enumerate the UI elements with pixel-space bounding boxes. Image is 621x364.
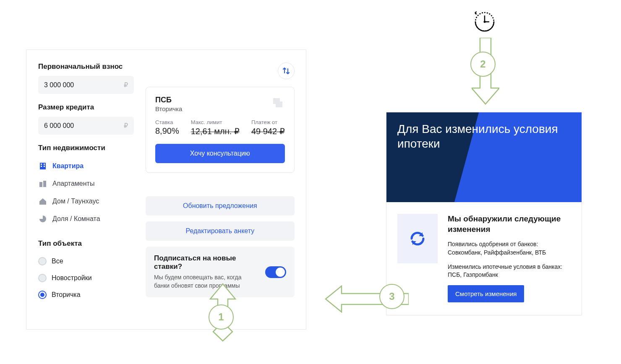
- object-type-secondary-label: Вторичка: [52, 291, 81, 299]
- property-type-list: Квартира Апартаменты Дом / Таунхаус Доля…: [38, 157, 134, 228]
- object-type-secondary[interactable]: Вторичка: [38, 286, 134, 303]
- view-changes-button[interactable]: Смотреть изменения: [448, 285, 524, 302]
- svg-rect-6: [41, 164, 42, 165]
- bank-program: Вторичка: [155, 105, 182, 112]
- object-type-all-label: Все: [52, 257, 63, 265]
- share-icon: [38, 214, 47, 224]
- property-type-apartments-label: Апартаменты: [52, 180, 94, 187]
- offers-column: ПСБ Вторичка Ставка 8,90% Макс. лимит 12…: [146, 62, 295, 317]
- credit-size-value: 6 000 000: [44, 122, 74, 130]
- svg-rect-9: [44, 166, 45, 167]
- stat-payment-value: 49 942 ₽: [251, 126, 285, 136]
- property-type-house-label: Дом / Таунхаус: [52, 198, 99, 205]
- stat-limit-label: Макс. лимит: [191, 119, 240, 125]
- clock-icon: [472, 8, 497, 34]
- subscribe-toggle[interactable]: [265, 266, 286, 278]
- filters-offers-panel: Первоначальный взнос 3 000 000 ₽ Размер …: [26, 49, 306, 330]
- email-card: Для Вас изменились условия ипотеки Мы об…: [386, 112, 582, 315]
- stat-payment: Платеж от 49 942 ₽: [251, 119, 285, 136]
- property-type-share[interactable]: Доля / Комната: [38, 210, 134, 228]
- svg-rect-10: [39, 182, 42, 187]
- property-type-apartment[interactable]: Квартира: [38, 157, 134, 175]
- stat-rate-label: Ставка: [155, 119, 179, 125]
- property-type-house[interactable]: Дом / Таунхаус: [38, 192, 134, 210]
- object-type-list: Все Новостройки Вторичка: [38, 253, 134, 303]
- flow-step-1: 1: [209, 304, 234, 330]
- flow-step-2: 2: [470, 52, 496, 77]
- email-hero: Для Вас изменились условия ипотеки: [386, 112, 582, 202]
- stat-payment-label: Платеж от: [251, 119, 285, 125]
- credit-size-input[interactable]: 6 000 000 ₽: [38, 117, 134, 135]
- radio-icon: [38, 274, 47, 282]
- refresh-tile: [397, 214, 438, 263]
- object-type-new-label: Новостройки: [52, 274, 92, 282]
- edit-form-button[interactable]: Редактировать анкету: [146, 221, 295, 241]
- ruble-icon: ₽: [124, 81, 128, 89]
- initial-payment-value: 3 000 000: [44, 81, 74, 89]
- initial-payment-label: Первоначальный взнос: [38, 62, 134, 71]
- subscribe-desc: Мы будем оповещать вас, когда банки обно…: [154, 273, 255, 290]
- stat-rate: Ставка 8,90%: [155, 119, 179, 136]
- email-paragraph-1: Появились одобрения от банков: Совкомбан…: [448, 240, 571, 257]
- email-subtitle: Мы обнаружили следующие изменения: [448, 214, 571, 234]
- sort-icon: [282, 67, 290, 75]
- bank-logo-icon: [271, 96, 285, 110]
- consultation-button[interactable]: Хочу консультацию: [155, 144, 285, 163]
- radio-icon: [38, 291, 47, 299]
- filters-column: Первоначальный взнос 3 000 000 ₽ Размер …: [38, 62, 134, 317]
- email-paragraph-2: Изменились ипотечные условия в банках: П…: [448, 263, 571, 279]
- object-type-all[interactable]: Все: [38, 253, 134, 270]
- stat-limit: Макс. лимит 12,61 млн. ₽: [191, 119, 240, 136]
- property-type-label: Тип недвижимости: [38, 144, 134, 152]
- radio-icon: [38, 257, 47, 265]
- offer-card: ПСБ Вторичка Ставка 8,90% Макс. лимит 12…: [146, 87, 295, 173]
- bank-name: ПСБ: [155, 96, 182, 104]
- svg-rect-8: [41, 166, 42, 167]
- stat-rate-value: 8,90%: [155, 126, 179, 136]
- email-title: Для Вас изменились условия ипотеки: [397, 122, 571, 151]
- sort-button[interactable]: [278, 62, 295, 79]
- ruble-icon: ₽: [124, 122, 128, 130]
- flow-step-3: 3: [379, 284, 404, 309]
- credit-size-label: Размер кредита: [38, 103, 134, 112]
- apartments-icon: [38, 179, 47, 188]
- house-icon: [38, 197, 47, 206]
- object-type-label: Тип объекта: [38, 239, 134, 248]
- initial-payment-input[interactable]: 3 000 000 ₽: [38, 76, 134, 94]
- svg-rect-11: [43, 181, 46, 187]
- building-icon: [38, 161, 47, 171]
- property-type-apartments[interactable]: Апартаменты: [38, 175, 134, 192]
- refresh-icon: [407, 229, 428, 249]
- refresh-offers-button[interactable]: Обновить предложения: [146, 196, 295, 216]
- stat-limit-value: 12,61 млн. ₽: [191, 126, 240, 136]
- object-type-new[interactable]: Новостройки: [38, 270, 134, 286]
- subscribe-title: Подписаться на новые ставки?: [154, 254, 257, 271]
- property-type-share-label: Доля / Комната: [52, 215, 100, 223]
- property-type-apartment-label: Квартира: [52, 162, 83, 170]
- svg-rect-7: [44, 164, 45, 165]
